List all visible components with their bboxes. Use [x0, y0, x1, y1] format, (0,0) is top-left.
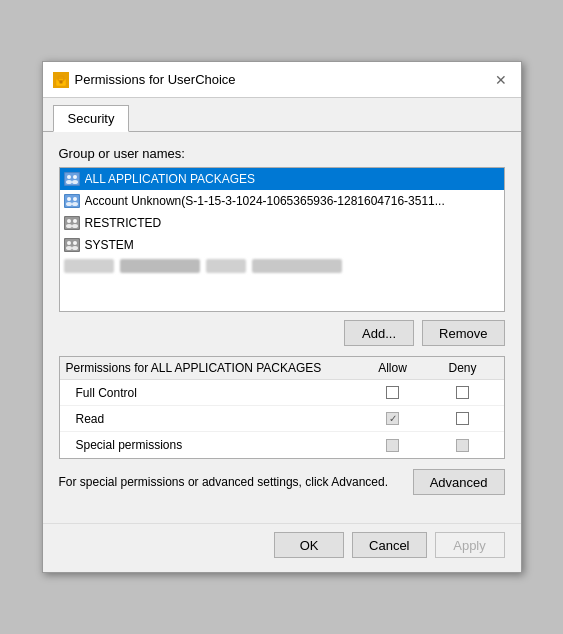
permissions-section: Permissions for ALL APPLICATION PACKAGES… — [59, 356, 505, 459]
tab-bar: Security — [43, 98, 521, 132]
permissions-header: Permissions for ALL APPLICATION PACKAGES… — [60, 357, 504, 380]
svg-point-20 — [72, 224, 78, 228]
read-deny-checkbox[interactable] — [456, 412, 469, 425]
full-control-allow-cell — [358, 386, 428, 399]
user-group-icon — [64, 194, 80, 208]
allow-header: Allow — [358, 361, 428, 375]
read-allow-cell — [358, 412, 428, 425]
svg-point-17 — [67, 219, 71, 223]
full-control-deny-cell — [428, 386, 498, 399]
svg-point-25 — [66, 246, 72, 250]
svg-point-26 — [72, 246, 78, 250]
svg-rect-1 — [58, 76, 64, 81]
user-name: SYSTEM — [85, 238, 134, 252]
blurred-content — [64, 259, 114, 273]
svg-point-8 — [72, 180, 78, 184]
title-bar: Permissions for UserChoice ✕ — [43, 62, 521, 98]
dialog-icon — [53, 72, 69, 88]
user-icon — [64, 216, 80, 230]
svg-rect-2 — [59, 80, 62, 83]
cancel-button[interactable]: Cancel — [352, 532, 426, 558]
add-button[interactable]: Add... — [344, 320, 414, 346]
apply-button[interactable]: Apply — [435, 532, 505, 558]
user-list[interactable]: ALL APPLICATION PACKAGES Account Unknown… — [59, 167, 505, 312]
svg-point-6 — [73, 175, 77, 179]
special-allow-checkbox[interactable] — [386, 439, 399, 452]
group-label: Group or user names: — [59, 146, 505, 161]
advanced-row: For special permissions or advanced sett… — [59, 469, 505, 495]
perm-name: Full Control — [66, 386, 358, 400]
permission-row-special: Special permissions — [60, 432, 504, 458]
full-control-allow-checkbox[interactable] — [386, 386, 399, 399]
advanced-description: For special permissions or advanced sett… — [59, 474, 401, 491]
read-deny-cell — [428, 412, 498, 425]
blurred-content — [206, 259, 246, 273]
user-group-icon — [64, 172, 80, 186]
permissions-dialog: Permissions for UserChoice ✕ Security Gr… — [42, 61, 522, 573]
remove-button[interactable]: Remove — [422, 320, 504, 346]
svg-point-12 — [73, 197, 77, 201]
list-item[interactable]: SYSTEM — [60, 234, 504, 256]
list-item[interactable] — [60, 256, 504, 276]
user-name: ALL APPLICATION PACKAGES — [85, 172, 256, 186]
svg-point-24 — [73, 241, 77, 245]
perm-name: Special permissions — [66, 438, 358, 452]
ok-button[interactable]: OK — [274, 532, 344, 558]
svg-point-11 — [67, 197, 71, 201]
dialog-content: Group or user names: ALL APPLICATION PAC… — [43, 132, 521, 523]
dialog-footer: OK Cancel Apply — [43, 523, 521, 572]
svg-point-19 — [66, 224, 72, 228]
permissions-title: Permissions for ALL APPLICATION PACKAGES — [66, 361, 358, 375]
svg-point-7 — [66, 180, 72, 184]
svg-point-13 — [66, 202, 72, 206]
permission-row-full-control: Full Control — [60, 380, 504, 406]
special-allow-cell — [358, 439, 428, 452]
read-allow-checkbox[interactable] — [386, 412, 399, 425]
full-control-deny-checkbox[interactable] — [456, 386, 469, 399]
user-icon — [64, 238, 80, 252]
special-deny-checkbox[interactable] — [456, 439, 469, 452]
list-item[interactable]: ALL APPLICATION PACKAGES — [60, 168, 504, 190]
tab-security[interactable]: Security — [53, 105, 130, 132]
blurred-content — [252, 259, 342, 273]
title-bar-left: Permissions for UserChoice — [53, 72, 236, 88]
close-button[interactable]: ✕ — [491, 70, 511, 90]
user-name: RESTRICTED — [85, 216, 162, 230]
dialog-title: Permissions for UserChoice — [75, 72, 236, 87]
list-item[interactable]: Account Unknown(S-1-15-3-1024-1065365936… — [60, 190, 504, 212]
deny-header: Deny — [428, 361, 498, 375]
advanced-button[interactable]: Advanced — [413, 469, 505, 495]
permission-row-read: Read — [60, 406, 504, 432]
svg-point-14 — [72, 202, 78, 206]
svg-point-18 — [73, 219, 77, 223]
user-action-buttons: Add... Remove — [59, 320, 505, 346]
list-item[interactable]: RESTRICTED — [60, 212, 504, 234]
perm-name: Read — [66, 412, 358, 426]
svg-point-23 — [67, 241, 71, 245]
special-deny-cell — [428, 439, 498, 452]
user-name: Account Unknown(S-1-15-3-1024-1065365936… — [85, 194, 445, 208]
blurred-content — [120, 259, 200, 273]
svg-point-5 — [67, 175, 71, 179]
